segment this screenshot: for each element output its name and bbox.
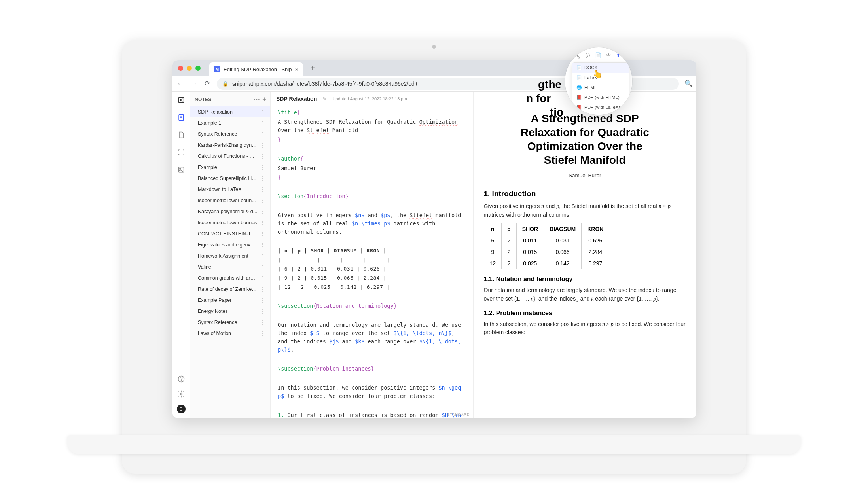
note-item[interactable]: Homework Assignment⋮ bbox=[190, 250, 270, 261]
note-item[interactable]: Energy Notes⋮ bbox=[190, 306, 270, 317]
note-label: Laws of Motion bbox=[198, 331, 231, 336]
note-label: Common graphs with arbi... bbox=[198, 275, 258, 281]
note-more-icon[interactable]: ⋮ bbox=[258, 220, 268, 226]
images-tab-icon[interactable] bbox=[177, 165, 186, 174]
note-item[interactable]: SDP Relaxation⋮ bbox=[190, 106, 270, 117]
note-more-icon[interactable]: ⋮ bbox=[258, 286, 268, 292]
preview-table: npSHORDIAGSUMKRON 620.0110.0310.626920.0… bbox=[484, 223, 610, 269]
export-item-label: PDF (with LaTeX) bbox=[584, 105, 620, 110]
main-area: SDP Relaxation ✎ Updated August 12, 2022… bbox=[271, 92, 696, 418]
note-more-icon[interactable]: ⋮ bbox=[258, 208, 268, 215]
preview-problem-text: In this subsection, we consider positive… bbox=[484, 320, 686, 337]
note-more-icon[interactable]: ⋮ bbox=[258, 120, 268, 126]
note-item[interactable]: Kardar-Parisi-Zhang dyna...⋮ bbox=[190, 140, 270, 151]
doc-title: SDP Relaxation bbox=[276, 96, 317, 102]
note-item[interactable]: Example 1⋮ bbox=[190, 117, 270, 129]
note-more-icon[interactable]: ⋮ bbox=[258, 186, 268, 193]
table-header: p bbox=[502, 223, 517, 235]
table-row: 1220.0250.1426.297 bbox=[484, 258, 609, 269]
sidebar-more-icon[interactable]: ⋯ bbox=[254, 96, 260, 103]
edit-title-icon[interactable]: ✎ bbox=[322, 96, 327, 102]
note-item[interactable]: Isoperimetric lower bounds⋮ bbox=[190, 217, 270, 228]
editor-body[interactable]: \title{ A Strengthened SDP Relaxation fo… bbox=[271, 106, 473, 418]
note-label: Markdown to LaTeX bbox=[198, 187, 241, 192]
note-item[interactable]: Markdown to LaTeX⋮ bbox=[190, 184, 270, 195]
note-item[interactable]: Laws of Motion⋮ bbox=[190, 328, 270, 339]
user-avatar[interactable]: D bbox=[177, 405, 186, 413]
note-label: Isoperimetric lower bounds bbox=[198, 220, 257, 225]
note-item[interactable]: COMPACT EINSTEIN-TYP...⋮ bbox=[190, 228, 270, 239]
table-header: DIAGSUM bbox=[544, 223, 582, 235]
note-more-icon[interactable]: ⋮ bbox=[258, 253, 268, 259]
note-label: Balanced Superelliptic Ha... bbox=[198, 176, 258, 181]
close-window-button[interactable] bbox=[178, 66, 183, 71]
note-more-icon[interactable]: ⋮ bbox=[258, 297, 268, 303]
settings-icon[interactable] bbox=[177, 390, 186, 398]
note-item[interactable]: Narayana polynomial & d...⋮ bbox=[190, 206, 270, 217]
note-item[interactable]: Example Paper⋮ bbox=[190, 295, 270, 306]
note-more-icon[interactable]: ⋮ bbox=[258, 142, 268, 148]
note-item[interactable]: Isoperimetric lower boun...⋮ bbox=[190, 195, 270, 206]
note-more-icon[interactable]: ⋮ bbox=[258, 175, 268, 182]
back-button[interactable]: ← bbox=[176, 80, 184, 88]
export-item-icon: 📄 bbox=[576, 65, 581, 70]
search-icon[interactable]: 🔍 bbox=[684, 80, 692, 88]
note-more-icon[interactable]: ⋮ bbox=[258, 109, 268, 115]
note-label: Narayana polynomial & d... bbox=[198, 209, 257, 214]
note-item[interactable]: Example⋮ bbox=[190, 162, 270, 173]
forward-button[interactable]: → bbox=[190, 80, 198, 88]
table-header: n bbox=[484, 223, 502, 235]
note-item[interactable]: Eigenvalues and eigenvec...⋮ bbox=[190, 239, 270, 250]
note-more-icon[interactable]: ⋮ bbox=[258, 153, 268, 159]
new-tab-button[interactable]: + bbox=[307, 64, 318, 73]
note-item[interactable]: Common graphs with arbi...⋮ bbox=[190, 273, 270, 284]
note-more-icon[interactable]: ⋮ bbox=[258, 231, 268, 237]
export-menu-item[interactable]: 📕PDF (with HTML) bbox=[572, 93, 629, 102]
note-more-icon[interactable]: ⋮ bbox=[258, 197, 268, 204]
export-item-label: PDF (with HTML) bbox=[584, 95, 620, 100]
scan-tab-icon[interactable] bbox=[177, 148, 186, 157]
note-item[interactable]: Syntax Reference⋮ bbox=[190, 129, 270, 140]
note-more-icon[interactable]: ⋮ bbox=[258, 242, 268, 248]
preview-heading-intro: 1. Introduction bbox=[484, 189, 686, 198]
note-label: Syntax Reference bbox=[198, 131, 237, 137]
note-item[interactable]: Rate of decay of Zernike c...⋮ bbox=[190, 284, 270, 295]
note-more-icon[interactable]: ⋮ bbox=[258, 275, 268, 281]
reload-button[interactable]: ⟳ bbox=[203, 80, 211, 88]
note-item[interactable]: Syntax Reference⋮ bbox=[190, 317, 270, 328]
minimize-window-button[interactable] bbox=[187, 66, 192, 71]
note-more-icon[interactable]: ⋮ bbox=[258, 319, 268, 326]
tab-close-icon[interactable]: × bbox=[295, 66, 298, 73]
note-label: Syntax Reference bbox=[198, 320, 237, 325]
note-more-icon[interactable]: ⋮ bbox=[258, 164, 268, 170]
app-logo[interactable] bbox=[177, 96, 186, 104]
svg-point-8 bbox=[180, 393, 182, 395]
export-menu-item[interactable]: 🌐HTML bbox=[572, 83, 629, 93]
note-list[interactable]: SDP Relaxation⋮Example 1⋮Syntax Referenc… bbox=[190, 106, 270, 418]
table-row: 620.0110.0310.626 bbox=[484, 235, 609, 246]
note-more-icon[interactable]: ⋮ bbox=[258, 330, 268, 337]
format-icon[interactable]: ⟨/⟩ bbox=[585, 52, 591, 59]
note-label: Kardar-Parisi-Zhang dyna... bbox=[198, 142, 258, 148]
note-more-icon[interactable]: ⋮ bbox=[258, 308, 268, 314]
note-item[interactable]: Balanced Superelliptic Ha...⋮ bbox=[190, 173, 270, 184]
preview-intro-text: Given positive integers n and p, the Sti… bbox=[484, 202, 686, 219]
maximize-window-button[interactable] bbox=[195, 66, 201, 71]
view-icon[interactable]: 👁 bbox=[606, 52, 611, 59]
notes-tab-icon[interactable] bbox=[177, 113, 186, 122]
notes-sidebar: NOTES ⋯ + SDP Relaxation⋮Example 1⋮Synta… bbox=[190, 92, 271, 418]
sidebar-add-icon[interactable]: + bbox=[262, 96, 266, 103]
editor-pane: SDP Relaxation ✎ Updated August 12, 2022… bbox=[271, 92, 474, 418]
pdf-tab-icon[interactable] bbox=[177, 131, 186, 139]
note-more-icon[interactable]: ⋮ bbox=[258, 131, 268, 137]
note-label: Example bbox=[198, 165, 217, 170]
note-more-icon[interactable]: ⋮ bbox=[258, 264, 268, 270]
note-label: COMPACT EINSTEIN-TYP... bbox=[198, 231, 258, 237]
copy-icon[interactable]: 📄 bbox=[595, 52, 601, 59]
note-item[interactable]: Valine⋮ bbox=[190, 261, 270, 273]
doc-updated: Updated August 12, 2022 18:22:13 pm bbox=[332, 97, 407, 101]
browser-tab[interactable]: M Editing SDP Relaxation - Snip × bbox=[209, 62, 303, 76]
doc-header: SDP Relaxation ✎ Updated August 12, 2022… bbox=[271, 92, 473, 106]
note-item[interactable]: Calculus of Functions - Ch...⋮ bbox=[190, 151, 270, 162]
help-icon[interactable] bbox=[177, 375, 186, 383]
